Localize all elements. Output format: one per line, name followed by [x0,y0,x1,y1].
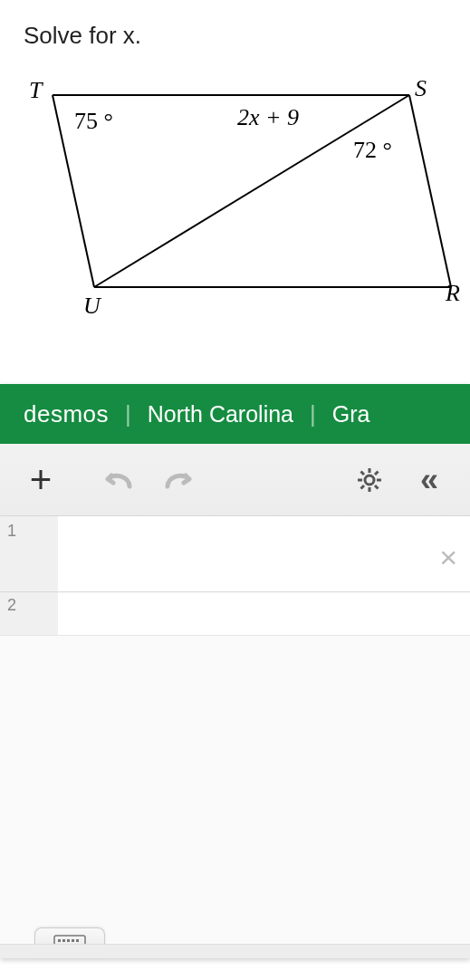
redo-icon [160,466,197,494]
svg-rect-18 [72,939,74,942]
brand-logo: desmos [24,400,109,428]
angle-S-label: 72 ° [353,137,392,164]
vertex-S: S [415,75,427,102]
expression-row[interactable]: 1 × [0,516,470,592]
problem-area: Solve for x. T S U R 75 ° 2x + 9 72 ° [0,0,470,384]
expression-input[interactable] [58,516,470,591]
delete-expression-button[interactable]: × [439,540,457,575]
expression-number: 2 [0,592,58,635]
svg-line-10 [361,471,365,475]
angle-T-label: 75 ° [74,108,113,135]
calculator-header: desmos | North Carolina | Gra [0,384,470,444]
svg-rect-17 [67,939,70,942]
svg-rect-16 [62,939,65,942]
header-divider: | [310,400,316,428]
svg-point-5 [365,476,374,485]
header-divider: | [125,400,131,428]
svg-line-13 [361,485,365,489]
undo-icon [101,466,137,494]
toolbar: + « [0,444,470,516]
expression-list: 1 × 2 [0,516,470,636]
header-state: North Carolina [148,401,293,428]
graph-area[interactable] [0,636,470,958]
svg-rect-15 [58,939,61,942]
vertex-T: T [29,77,42,104]
collapse-button[interactable]: « [399,455,459,505]
vertex-U: U [83,293,101,320]
bottom-bar [0,944,470,958]
expression-SU: 2x + 9 [237,104,299,131]
svg-line-12 [375,471,379,475]
svg-rect-19 [76,939,79,942]
desmos-calculator: desmos | North Carolina | Gra + « [0,384,470,958]
geometry-figure: T S U R 75 ° 2x + 9 72 ° [24,77,458,331]
expression-input[interactable] [58,592,470,635]
expression-number: 1 [0,516,58,591]
gear-icon [356,466,383,494]
vertex-R: R [446,280,460,307]
expression-row[interactable]: 2 [0,592,470,636]
problem-title: Solve for x. [24,22,452,50]
redo-button[interactable] [149,455,208,505]
undo-button[interactable] [89,455,149,505]
header-tail: Gra [332,401,370,428]
svg-line-11 [375,485,379,489]
svg-line-1 [409,95,451,287]
settings-button[interactable] [340,455,399,505]
add-expression-button[interactable]: + [11,455,71,505]
